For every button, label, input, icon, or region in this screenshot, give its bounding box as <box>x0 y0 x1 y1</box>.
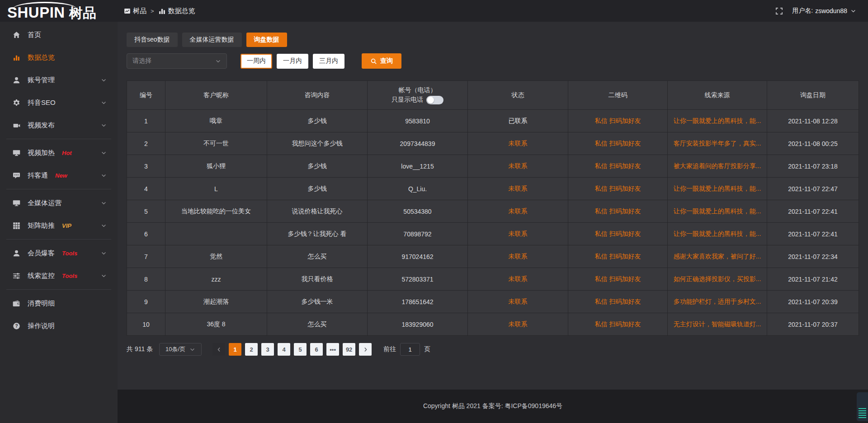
goto-page-input[interactable] <box>400 343 420 356</box>
status-badge: 未联系 <box>509 140 528 147</box>
search-button[interactable]: 查询 <box>362 53 401 69</box>
floating-widget[interactable] <box>857 392 868 421</box>
qr-link[interactable]: 扫码加好友 <box>609 275 641 282</box>
sidebar-item-consumption-detail[interactable]: 消费明细 <box>0 292 118 315</box>
user-menu[interactable]: 用户名: zswodun88 <box>792 7 856 15</box>
page-button-1[interactable]: 1 <box>229 343 241 356</box>
filter-select[interactable]: 请选择 <box>127 53 227 69</box>
qr-link[interactable]: 扫码加好友 <box>609 230 641 237</box>
qr-link[interactable]: 私信 <box>595 275 608 282</box>
qr-link[interactable]: 扫码加好友 <box>609 117 641 124</box>
phone-only-toggle[interactable] <box>426 96 443 104</box>
source-link[interactable]: 被大家追着问的客厅投影分享... <box>674 162 761 169</box>
cell-status: 未联系 <box>468 132 568 155</box>
chevron-down-icon <box>101 100 107 106</box>
sidebar-divider <box>6 239 111 240</box>
source-link[interactable]: 无主灯设计，智能磁吸轨道灯... <box>674 320 761 328</box>
tab-inquiry-data[interactable]: 询盘数据 <box>246 33 287 47</box>
page-button-92[interactable]: 92 <box>343 343 355 356</box>
breadcrumb-item-data-overview[interactable]: 数据总览 <box>158 7 195 15</box>
sidebar-item-douyin-seo[interactable]: 抖音SEO <box>0 91 118 114</box>
source-link[interactable]: 客厅安装投影半年多了，真实... <box>674 140 761 147</box>
sidebar-item-badge: Tools <box>62 273 77 279</box>
page-button-3[interactable]: 3 <box>261 343 274 356</box>
qr-link[interactable]: 扫码加好友 <box>609 162 641 169</box>
column-header: 线索来源 <box>668 81 767 110</box>
status-badge: 未联系 <box>509 275 528 282</box>
cell-no: 3 <box>127 155 165 178</box>
fullscreen-icon[interactable] <box>775 7 783 15</box>
sidebar-item-douketong[interactable]: 抖客通New <box>0 164 118 187</box>
page-button-5[interactable]: 5 <box>294 343 307 356</box>
source-link[interactable]: 让你一眼就爱上的黑科技，能... <box>674 230 761 237</box>
page-button-6[interactable]: 6 <box>310 343 323 356</box>
cell-content: 怎么买 <box>267 313 368 336</box>
sidebar-item-video-heating[interactable]: 视频加热Hot <box>0 141 118 164</box>
qr-link[interactable]: 私信 <box>595 253 608 260</box>
inquiry-table: 编号客户昵称咨询内容帐号（电话）只显示电话状态二维码线索来源询盘日期 1哦章多少… <box>127 80 859 336</box>
qr-link[interactable]: 私信 <box>595 298 608 305</box>
user-icon <box>13 249 21 257</box>
cell-content: 怎么买 <box>267 245 368 268</box>
sidebar-item-operation-guide[interactable]: ?操作说明 <box>0 315 118 337</box>
sidebar-item-media-operation[interactable]: 全媒体运营 <box>0 192 118 214</box>
qr-link[interactable]: 私信 <box>595 320 608 328</box>
cell-date: 2021-11-07 22:41 <box>767 223 859 245</box>
toggle-knob <box>427 97 434 103</box>
period-week[interactable]: 一周内 <box>241 54 272 69</box>
column-label: 客户昵称 <box>165 91 267 99</box>
next-page-button[interactable] <box>359 343 372 356</box>
source-link[interactable]: 让你一眼就爱上的黑科技，能... <box>674 207 761 215</box>
qr-link[interactable]: 私信 <box>595 230 608 237</box>
source-link[interactable]: 让你一眼就爱上的黑科技，能... <box>674 185 761 192</box>
tab-media-ops-data[interactable]: 全媒体运营数据 <box>182 33 242 47</box>
qr-link[interactable]: 扫码加好友 <box>609 140 641 147</box>
goto-label: 前往 <box>383 345 396 353</box>
qr-link[interactable]: 私信 <box>595 207 608 215</box>
sidebar-item-label: 全媒体运营 <box>28 199 61 207</box>
cell-account: 9583810 <box>368 110 468 132</box>
qr-link[interactable]: 扫码加好友 <box>609 298 641 305</box>
cell-source: 如何正确选择投影仪，买投影... <box>668 268 767 291</box>
qr-link[interactable]: 私信 <box>595 162 608 169</box>
source-link[interactable]: 如何正确选择投影仪，买投影... <box>674 275 761 282</box>
source-link[interactable]: 感谢大家喜欢我家，被问了好... <box>674 253 761 260</box>
tab-douyin-seo-data[interactable]: 抖音seo数据 <box>127 33 178 47</box>
chevron-down-icon <box>101 173 107 179</box>
cell-nickname: 36度 8 <box>165 313 267 336</box>
period-month[interactable]: 一月内 <box>277 54 308 69</box>
qr-link[interactable]: 私信 <box>595 117 608 124</box>
table-row: 9潮起潮落多少钱一米178651642未联系私信 扫码加好友多功能护栏灯，适用于… <box>127 291 859 313</box>
page-button-2[interactable]: 2 <box>245 343 258 356</box>
sidebar-item-video-publish[interactable]: 视频发布 <box>0 114 118 136</box>
question-icon: ? <box>13 322 21 330</box>
page-button-•••[interactable]: ••• <box>326 343 339 356</box>
cell-nickname: 当地比较能吃的一位美女 <box>165 200 267 223</box>
qr-link[interactable]: 扫码加好友 <box>609 320 641 328</box>
qr-link[interactable]: 私信 <box>595 140 608 147</box>
column-header: 状态 <box>468 81 568 110</box>
page-size-select[interactable]: 10条/页 <box>159 343 202 356</box>
sidebar-item-home[interactable]: 首页 <box>0 24 118 46</box>
sidebar-item-matrix-boost[interactable]: 矩阵助推VIP <box>0 214 118 237</box>
qr-link[interactable]: 扫码加好友 <box>609 185 641 192</box>
sidebar-item-member-baoke[interactable]: 会员爆客Tools <box>0 242 118 264</box>
cell-date: 2021-11-07 22:41 <box>767 200 859 223</box>
cell-account: 50534380 <box>368 200 468 223</box>
page-button-4[interactable]: 4 <box>278 343 290 356</box>
prev-page-button[interactable] <box>212 343 225 356</box>
qr-link[interactable]: 扫码加好友 <box>609 207 641 215</box>
status-badge: 已联系 <box>509 117 528 124</box>
source-link[interactable]: 让你一眼就爱上的黑科技，能... <box>674 117 761 124</box>
qr-link[interactable]: 扫码加好友 <box>609 253 641 260</box>
sidebar-item-data-overview[interactable]: 数据总览 <box>0 46 118 69</box>
sidebar-item-lead-monitor[interactable]: 线索监控Tools <box>0 264 118 287</box>
qr-link[interactable]: 私信 <box>595 185 608 192</box>
period-quarter[interactable]: 三月内 <box>313 54 344 69</box>
cell-nickname: 不可一世 <box>165 132 267 155</box>
goto-page: 前往 页 <box>383 343 430 356</box>
source-link[interactable]: 多功能护栏灯，适用于乡村文... <box>674 298 761 305</box>
sidebar-item-account-management[interactable]: 账号管理 <box>0 69 118 91</box>
cell-date: 2021-11-07 20:37 <box>767 313 859 336</box>
breadcrumb-item-shupin[interactable]: 树品 <box>124 7 146 15</box>
